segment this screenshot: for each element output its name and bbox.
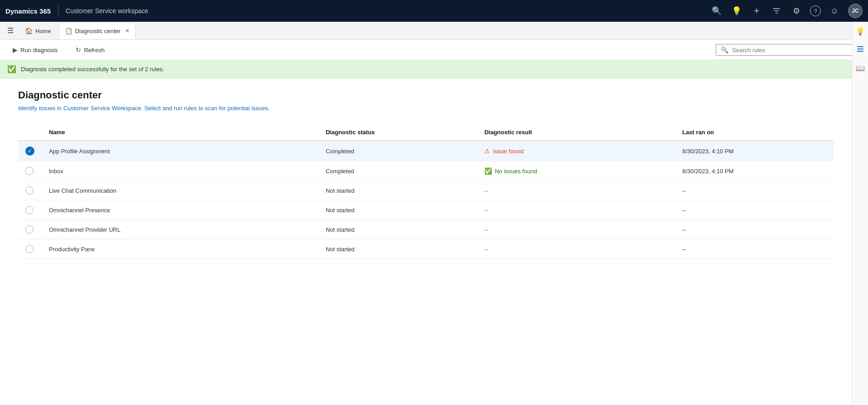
row-checkbox-cell <box>18 181 42 200</box>
row-name: Live Chat Communication <box>42 181 318 200</box>
row-name: Omnichannel Provider URL <box>42 220 318 239</box>
app-brand: Dynamics 365 <box>5 7 51 15</box>
run-diagnosis-button[interactable]: ▶ Run diagnosis <box>7 44 63 56</box>
workspace-title: Customer Service workspace <box>66 7 148 15</box>
main-content: Diagnostic center Identify issues in Cus… <box>0 78 852 270</box>
row-status: Completed <box>318 161 477 181</box>
help-icon[interactable]: ? <box>810 5 821 16</box>
table-row[interactable]: Omnichannel Provider URLNot started---- <box>18 220 834 239</box>
run-diagnosis-label: Run diagnosis <box>20 47 58 54</box>
row-last-ran: 8/30/2023, 4:10 PM <box>675 141 834 161</box>
diagnostic-icon: 📋 <box>65 27 72 34</box>
row-checkbox-cell: ✓ <box>18 141 42 161</box>
result-ok-label: No issues found <box>495 168 537 175</box>
col-header-checkbox <box>18 124 42 141</box>
nav-icons-group: 🔍 💡 + ⚙ ? ☺ JC <box>710 4 863 18</box>
tab-home[interactable]: 🏠 Home <box>19 23 57 39</box>
tab-diagnostic[interactable]: 📋 Diagnostic center ✕ <box>59 23 135 39</box>
row-last-ran: -- <box>675 181 834 200</box>
hamburger-menu[interactable]: ☰ <box>4 24 17 37</box>
col-header-lastran: Last ran on <box>675 124 834 141</box>
refresh-button[interactable]: ↻ Refresh <box>70 44 110 56</box>
refresh-label: Refresh <box>84 47 105 54</box>
list-side-icon[interactable] <box>854 43 866 57</box>
plus-icon[interactable]: + <box>750 5 763 17</box>
row-status: Not started <box>318 181 477 200</box>
table-row[interactable]: Omnichannel PresenceNot started---- <box>18 200 834 220</box>
row-name: Inbox <box>42 161 318 181</box>
table-header: Name Diagnostic status Diagnostic result… <box>18 124 834 141</box>
row-status: Completed <box>318 141 477 161</box>
row-last-ran: -- <box>675 220 834 239</box>
row-unchecked-icon[interactable] <box>25 245 34 253</box>
row-result: ✅ No issues found <box>477 161 675 181</box>
row-status: Not started <box>318 200 477 220</box>
svg-rect-0 <box>857 46 863 47</box>
row-checkbox-cell <box>18 161 42 181</box>
row-result: -- <box>477 220 675 239</box>
tab-home-label: Home <box>35 28 51 34</box>
result-empty-label: -- <box>484 226 488 233</box>
result-issue-cell: ⚠ Issue found <box>484 147 668 155</box>
row-result: ⚠ Issue found <box>477 141 675 161</box>
filter-icon[interactable] <box>770 5 783 17</box>
row-checkbox-cell <box>18 200 42 220</box>
row-result: -- <box>477 239 675 259</box>
row-name: App Profile Assignment <box>42 141 318 161</box>
result-empty-label: -- <box>484 187 488 194</box>
row-name: Productivity Pane <box>42 239 318 259</box>
row-checked-icon[interactable]: ✓ <box>25 146 34 156</box>
row-last-ran: 8/30/2023, 4:10 PM <box>675 161 834 181</box>
settings-icon[interactable]: ⚙ <box>790 5 803 17</box>
smiley-icon[interactable]: ☺ <box>828 5 841 17</box>
row-last-ran: -- <box>675 239 834 259</box>
row-unchecked-icon[interactable] <box>25 186 34 195</box>
search-rules-box[interactable]: 🔍 <box>716 44 861 56</box>
page-subtitle: Identify issues in Customer Service Work… <box>18 105 834 112</box>
user-avatar[interactable]: JC <box>848 4 863 18</box>
row-result: -- <box>477 181 675 200</box>
table-row[interactable]: Productivity PaneNot started---- <box>18 239 834 259</box>
table-row[interactable]: InboxCompleted ✅ No issues found 8/30/20… <box>18 161 834 181</box>
banner-message: Diagnosis completed successfully for the… <box>21 66 164 73</box>
row-unchecked-icon[interactable] <box>25 225 34 234</box>
result-ok-cell: ✅ No issues found <box>484 167 668 175</box>
row-last-ran: -- <box>675 200 834 220</box>
tab-close-button[interactable]: ✕ <box>125 28 130 34</box>
page-title: Diagnostic center <box>18 89 834 101</box>
tab-diagnostic-label: Diagnostic center <box>75 28 121 34</box>
row-unchecked-icon[interactable] <box>25 167 34 175</box>
col-header-result: Diagnostic result <box>477 124 675 141</box>
svg-rect-1 <box>857 49 863 49</box>
table-body: ✓App Profile AssignmentCompleted ⚠ Issue… <box>18 141 834 259</box>
banner-success-icon: ✅ <box>7 65 16 73</box>
col-header-name: Name <box>42 124 318 141</box>
svg-rect-2 <box>857 51 863 52</box>
rules-table: Name Diagnostic status Diagnostic result… <box>18 124 834 259</box>
toolbar: ▶ Run diagnosis ↻ Refresh 🔍 <box>0 40 868 60</box>
row-name: Omnichannel Presence <box>42 200 318 220</box>
row-status: Not started <box>318 239 477 259</box>
row-checkbox-cell <box>18 239 42 259</box>
search-rules-input[interactable] <box>732 47 856 54</box>
row-checkbox-cell <box>18 220 42 239</box>
result-issue-label[interactable]: Issue found <box>493 148 523 155</box>
table-row[interactable]: ✓App Profile AssignmentCompleted ⚠ Issue… <box>18 141 834 161</box>
table-row[interactable]: Live Chat CommunicationNot started---- <box>18 181 834 200</box>
row-status: Not started <box>318 220 477 239</box>
warning-icon: ⚠ <box>484 147 490 155</box>
refresh-icon: ↻ <box>76 46 81 54</box>
check-circle-icon: ✅ <box>484 167 492 175</box>
result-empty-label: -- <box>484 207 488 214</box>
row-unchecked-icon[interactable] <box>25 206 34 214</box>
play-icon: ▶ <box>13 46 18 54</box>
book-side-icon[interactable]: 📖 <box>854 62 867 74</box>
lightbulb-icon[interactable]: 💡 <box>730 5 743 17</box>
result-empty-label: -- <box>484 246 488 253</box>
bulb-side-icon[interactable]: 💡 <box>854 25 867 38</box>
row-result: -- <box>477 200 675 220</box>
col-header-status: Diagnostic status <box>318 124 477 141</box>
tab-bar: ☰ 🏠 Home 📋 Diagnostic center ✕ <box>0 22 868 40</box>
search-icon[interactable]: 🔍 <box>710 5 723 17</box>
home-icon: 🏠 <box>25 27 33 34</box>
